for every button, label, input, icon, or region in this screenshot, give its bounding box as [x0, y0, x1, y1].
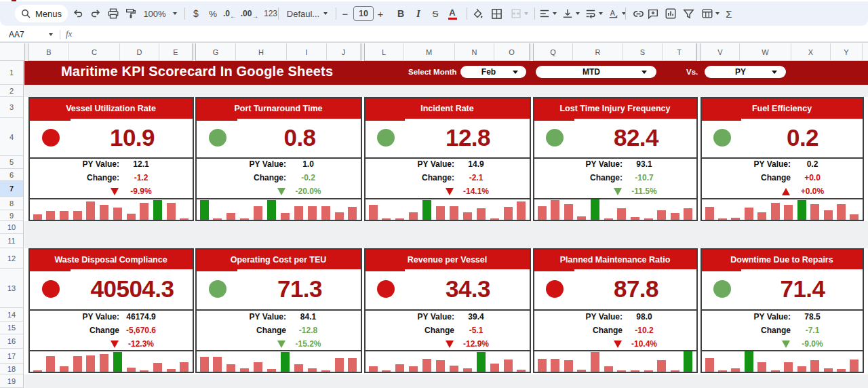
vertical-align-dropdown[interactable] [574, 1, 582, 26]
font-size-input[interactable]: 10 [353, 1, 374, 26]
row-header-1[interactable]: 1 [0, 61, 23, 85]
strikethrough-button[interactable]: S [427, 1, 444, 26]
column-header-M[interactable]: M [403, 43, 455, 61]
row-header-14[interactable]: 14 [0, 308, 23, 322]
kpi-card-9[interactable]: Planned Maintenance Ratio 87.8 PY Value:… [533, 248, 698, 373]
py-value: 12.1 [133, 159, 149, 169]
column-header-R[interactable]: R [573, 43, 623, 61]
column-header-D[interactable]: D [120, 43, 159, 61]
insert-chart-button[interactable] [662, 1, 679, 26]
row-header-7[interactable]: 7 [0, 181, 23, 197]
column-header-H[interactable]: H [236, 43, 287, 61]
column-header-V[interactable]: V [701, 43, 740, 61]
column-header-S[interactable]: S [623, 43, 663, 61]
italic-button[interactable]: I [410, 1, 427, 26]
sparkline-bar [591, 352, 599, 372]
row-header-12[interactable]: 12 [0, 248, 23, 269]
kpi-value: 12.8 [446, 125, 490, 150]
row-header-9[interactable]: 9 [0, 210, 23, 221]
formula-input[interactable] [81, 27, 861, 42]
sparkline-bar [757, 362, 766, 372]
paint-format-button[interactable] [122, 1, 140, 26]
column-header-N[interactable]: N [455, 43, 494, 61]
column-header-L[interactable]: L [365, 43, 403, 61]
column-header-C[interactable]: C [69, 43, 120, 61]
more-formats-button[interactable]: 123 [262, 1, 279, 26]
row-header-16[interactable]: 16 [0, 334, 23, 349]
menus-button[interactable]: Menus [15, 5, 68, 22]
column-header-W[interactable]: W [740, 43, 791, 61]
text-rotation-dropdown[interactable] [620, 1, 628, 26]
column-header-Q[interactable]: Q [534, 43, 573, 61]
functions-button[interactable]: Σ [720, 1, 738, 26]
bold-button[interactable]: B [392, 1, 410, 26]
format-currency-button[interactable]: $ [187, 1, 205, 26]
kpi-card-3[interactable]: Incident Rate 12.8 PY Value: 14.9 Change… [364, 97, 531, 221]
row-header-17[interactable]: 17 [0, 349, 23, 364]
undo-button[interactable] [69, 1, 87, 26]
column-header-B[interactable]: B [29, 43, 69, 61]
sparkline-bar [113, 208, 122, 220]
kpi-value: 71.4 [780, 277, 825, 301]
row-header-6[interactable]: 6 [0, 169, 23, 181]
sparkline-bar [657, 360, 666, 372]
zoom-control[interactable]: 100% [140, 1, 170, 26]
borders-button[interactable] [488, 1, 505, 26]
kpi-card-6[interactable]: Waste Disposal Compliance 40504.3 PY Val… [28, 248, 194, 373]
column-header-E[interactable]: E [159, 43, 193, 61]
column-header-X[interactable]: X [791, 43, 831, 61]
text-wrap-button[interactable] [583, 1, 598, 26]
kpi-card-7[interactable]: Operating Cost per TEU 71.3 PY Value: 84… [195, 248, 362, 373]
column-header-I[interactable]: I [287, 43, 327, 61]
font-dropdown[interactable] [321, 1, 330, 26]
column-header-T[interactable]: T [663, 43, 696, 61]
create-filter-button[interactable] [679, 1, 697, 26]
kpi-card-1[interactable]: Vessel Utilization Rate 10.9 PY Value: 1… [28, 97, 194, 221]
name-box[interactable]: AA7 [0, 27, 60, 42]
row-header-4[interactable]: 4 [0, 118, 23, 156]
toolbar-divider [336, 7, 336, 20]
row-header-13[interactable]: 13 [0, 269, 23, 308]
horizontal-align-dropdown[interactable] [551, 1, 559, 26]
text-wrap-dropdown[interactable] [597, 1, 605, 26]
column-header-Y[interactable]: Y [831, 43, 863, 61]
font-select[interactable]: Defaul... [283, 1, 323, 26]
column-header-J[interactable]: J [327, 43, 361, 61]
kpi-card-4[interactable]: Lost Time Injury Frequency 82.4 PY Value… [533, 97, 698, 221]
merge-cells-dropdown[interactable] [522, 1, 530, 26]
decrease-font-size-button[interactable]: − [338, 1, 353, 26]
spreadsheet-grid[interactable]: Maritime KPI Scorecard In Google Sheets … [24, 61, 868, 388]
sparkline-bar [564, 204, 573, 220]
format-percent-button[interactable]: % [204, 1, 222, 26]
row-header-18[interactable]: 18 [0, 364, 23, 374]
vertical-align-button[interactable] [560, 1, 575, 26]
compare-dropdown[interactable]: PY [705, 66, 786, 78]
column-header-O[interactable]: O [494, 43, 530, 61]
increase-decimal-button[interactable]: .00→ [239, 1, 260, 26]
row-header-10[interactable]: 10 [0, 221, 23, 234]
fill-color-button[interactable] [469, 1, 487, 26]
row-header-19[interactable]: 19 [0, 374, 23, 388]
zoom-dropdown[interactable] [171, 1, 179, 26]
row-header-5[interactable]: 5 [0, 156, 23, 169]
kpi-card-8[interactable]: Revenue per Vessel 34.3 PY Value: 39.4 C… [364, 248, 531, 373]
decrease-decimal-button[interactable]: .0← [221, 1, 239, 26]
row-header-8[interactable]: 8 [0, 197, 23, 210]
increase-font-size-button[interactable]: + [373, 1, 388, 26]
kpi-card-5[interactable]: Fuel Efficiency 0.2 PY Value: 0.2 Change… [701, 97, 864, 221]
text-color-button[interactable]: A [443, 1, 461, 26]
insert-comment-button[interactable] [644, 1, 662, 26]
horizontal-align-button[interactable] [537, 1, 552, 26]
kpi-card-10[interactable]: Downtime Due to Repairs 71.4 PY Value: 7… [701, 248, 864, 373]
row-header-2[interactable]: 2 [0, 85, 23, 97]
print-button[interactable] [104, 1, 122, 26]
row-header-15[interactable]: 15 [0, 322, 23, 334]
row-header-3[interactable]: 3 [0, 97, 23, 118]
text-rotation-button[interactable]: A [606, 1, 621, 26]
month-dropdown[interactable]: Feb [460, 66, 526, 78]
column-header-G[interactable]: G [196, 43, 236, 61]
redo-button[interactable] [87, 1, 104, 26]
kpi-card-2[interactable]: Port Turnaround Time 0.8 PY Value: 1.0 C… [195, 97, 362, 221]
period-dropdown[interactable]: MTD [536, 66, 656, 78]
row-header-11[interactable]: 11 [0, 234, 23, 248]
